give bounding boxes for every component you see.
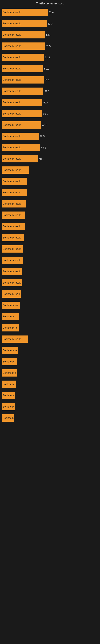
bar-row: Bottleneck re <box>0 323 100 333</box>
bar-row: Bottleneck result <box>0 188 100 198</box>
bar-row: Bottleneck result <box>0 256 100 265</box>
bar-wrapper: Bottleneck result51.8 <box>1 31 99 38</box>
bar-value: 51.1 <box>45 78 50 82</box>
bar-fill: Bottleneck result <box>1 245 23 252</box>
bar-label: Bottleneck result <box>3 67 21 70</box>
bar-row: Bottleneck result52.3 <box>0 19 100 28</box>
bar-label: Bottleneck result <box>3 191 21 194</box>
bar-fill: Bottleneck result <box>1 336 28 343</box>
bar-row: Bottleneck result52.6 <box>0 8 100 17</box>
bar-wrapper: Bottleneck result <box>1 336 99 343</box>
bar-label: Bottleneck result <box>3 202 21 205</box>
bar-fill: Bottleneck re <box>1 324 19 332</box>
bar-row: Bottleneck result <box>0 278 100 288</box>
bar-row: Bottleneck result <box>0 210 100 220</box>
bar-wrapper: Bottleneck result49.8 <box>1 121 99 128</box>
bar-label: Bottleneck result <box>3 45 21 48</box>
bar-wrapper: Bottleneck r <box>1 313 99 320</box>
bar-label: Bottleneck o <box>3 372 16 374</box>
bar-value: 51.5 <box>46 45 50 48</box>
bar-wrapper: Bottleneck result <box>1 256 99 264</box>
bar-label: Bottleneck re <box>3 349 17 352</box>
bar-fill: Bottleneck result <box>1 189 27 196</box>
bar-wrapper: Bottleneck result49.2 <box>1 144 99 151</box>
bar-label: Bottleneck resul <box>3 292 20 296</box>
bar-label: Bottleneck <box>3 383 14 386</box>
bar-value: 51.0 <box>44 90 50 93</box>
bar-label: Bottleneck result <box>3 338 21 340</box>
bar-wrapper: Bottleneck result <box>1 166 99 174</box>
bar-row: Bottleneck result51.8 <box>0 30 100 40</box>
bar-value: 48.1 <box>39 158 44 160</box>
bar-wrapper: Bottleneck <box>1 403 99 410</box>
bar-row: Bottleneck result <box>0 165 100 175</box>
bar-row: Bottleneck result <box>0 334 100 344</box>
bar-fill: Bottleneck re <box>1 347 18 354</box>
bar-wrapper: Bottleneck re <box>1 347 99 354</box>
bar-row: Bottleneck result <box>0 222 100 231</box>
bar-value: 52.3 <box>48 22 52 25</box>
bar-label: Bottleneck result <box>3 56 21 59</box>
bar-fill: Bottleneck result <box>1 20 47 27</box>
bar-label: Bottleneck result <box>3 259 21 262</box>
bar-wrapper: Bottleneck resu <box>1 302 99 309</box>
bar-label: Bottleneck n <box>3 416 14 420</box>
bar-row: Bottleneck resul <box>0 289 100 299</box>
bar-fill: Bottleneck <box>1 358 17 365</box>
bar-wrapper: Bottleneck o <box>1 369 99 376</box>
bar-label: Bottleneck result <box>3 11 21 14</box>
bar-fill: Bottleneck resul <box>1 290 21 298</box>
bar-fill: Bottleneck result <box>1 212 25 219</box>
bar-label: Bottleneck resu <box>3 304 19 307</box>
bar-row: Bottleneck result <box>0 233 100 242</box>
bar-row: Bottleneck re <box>0 346 100 355</box>
bar-wrapper: Bottleneck <box>1 380 99 388</box>
bar-row: Bottleneck result <box>0 199 100 209</box>
bar-label: Bottleneck result <box>3 101 21 104</box>
bar-value: 52.6 <box>49 11 53 14</box>
bar-label: Bottleneck <box>3 360 14 363</box>
bar-fill: Bottleneck result <box>1 155 38 162</box>
bar-row: Bottleneck <box>0 391 100 400</box>
bar-label: Bottleneck r <box>3 315 15 318</box>
bar-value: 50.9 <box>44 67 49 70</box>
bar-fill: Bottleneck result <box>1 88 43 95</box>
bar-wrapper: Bottleneck <box>1 358 99 365</box>
bar-fill: Bottleneck result <box>1 110 42 117</box>
bar-label: Bottleneck result <box>3 281 21 284</box>
bar-label: Bottleneck result <box>3 180 21 183</box>
bar-row: Bottleneck o <box>0 368 100 378</box>
bar-row: Bottleneck result48.5 <box>0 132 100 141</box>
bar-wrapper: Bottleneck result <box>1 200 99 208</box>
bar-row: Bottleneck resu <box>0 300 100 310</box>
bar-label: Bottleneck result <box>3 169 21 172</box>
bar-fill: Bottleneck <box>1 380 16 388</box>
bar-fill: Bottleneck result <box>1 166 29 174</box>
bar-wrapper: Bottleneck re <box>1 324 99 332</box>
bar-fill: Bottleneck n <box>1 414 14 422</box>
bar-row: Bottleneck result49.8 <box>0 120 100 130</box>
bar-row: Bottleneck r <box>0 312 100 322</box>
bar-wrapper: Bottleneck result50.9 <box>1 65 99 72</box>
bar-fill: Bottleneck resu <box>1 302 20 309</box>
bar-wrapper: Bottleneck result52.6 <box>1 9 99 16</box>
bar-wrapper: Bottleneck result <box>1 279 99 286</box>
bar-fill: Bottleneck result <box>1 65 43 72</box>
bar-fill: Bottleneck result <box>1 76 44 84</box>
bar-wrapper: Bottleneck result <box>1 234 99 241</box>
bar-row: Bottleneck result <box>0 176 100 186</box>
bar-fill: Bottleneck result <box>1 234 24 241</box>
bar-row: Bottleneck n <box>0 413 100 423</box>
bar-fill: Bottleneck result <box>1 223 25 230</box>
bar-wrapper: Bottleneck result52.3 <box>1 20 99 27</box>
site-header: TheBottlenecker.com <box>0 0 100 8</box>
bar-wrapper: Bottleneck result51.0 <box>1 88 99 95</box>
bar-fill: Bottleneck <box>1 403 15 410</box>
bar-wrapper: Bottleneck result48.5 <box>1 132 99 140</box>
bar-label: Bottleneck result <box>3 22 21 25</box>
bar-row: Bottleneck <box>0 357 100 366</box>
bar-fill: Bottleneck result <box>1 256 23 264</box>
bar-label: Bottleneck <box>3 405 14 408</box>
bar-wrapper: Bottleneck result <box>1 268 99 275</box>
bar-row: Bottleneck result51.5 <box>0 41 100 51</box>
